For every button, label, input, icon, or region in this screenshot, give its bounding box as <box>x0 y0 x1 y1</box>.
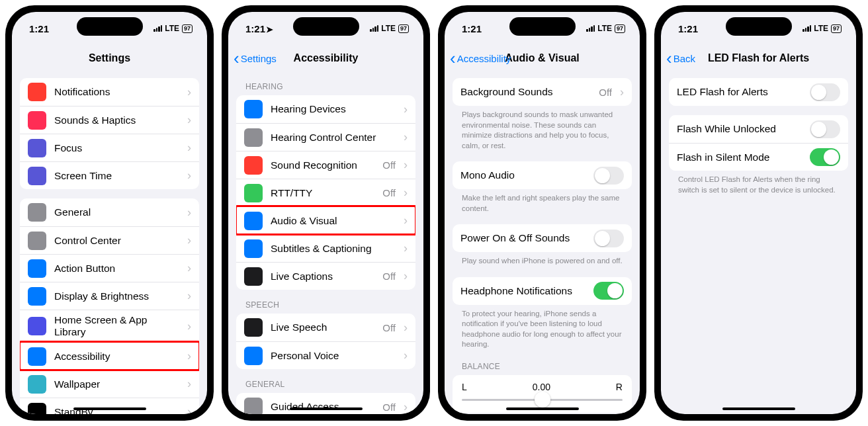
chevron-icon: › <box>404 349 408 362</box>
home-indicator[interactable] <box>506 407 579 410</box>
status-time: 1:21 <box>678 23 698 34</box>
back-button[interactable]: Back <box>666 53 695 64</box>
carrier-label: LTE <box>814 24 828 33</box>
home-indicator[interactable] <box>73 407 146 410</box>
battery-icon: 97 <box>182 24 193 33</box>
led-main-row[interactable]: LED Flash for Alerts <box>669 78 848 106</box>
guided-access-row[interactable]: Guided AccessOff› <box>236 393 415 414</box>
section-header: GENERAL <box>236 369 415 393</box>
hearing-devices-row[interactable]: Hearing Devices› <box>236 95 415 123</box>
general-icon <box>28 203 46 222</box>
headphone-row[interactable]: Headphone Notifications <box>453 277 632 305</box>
back-button[interactable]: Settings <box>234 53 277 64</box>
background-footer: Plays background sounds to mask unwanted… <box>453 106 632 152</box>
chevron-icon: › <box>187 289 191 303</box>
notifications-icon <box>28 83 46 101</box>
chevron-icon: › <box>187 234 191 247</box>
status-time: 1:21 <box>29 23 49 34</box>
focus-icon <box>28 139 46 157</box>
audio-visual-list[interactable]: Background Sounds Off › Plays background… <box>445 71 640 414</box>
led-main-toggle[interactable] <box>810 83 840 101</box>
slider-track[interactable] <box>462 399 623 401</box>
settings-list[interactable]: Notifications › Sounds & Haptics › Focus… <box>12 71 207 414</box>
subtitles-row[interactable]: Subtitles & Captioning› <box>236 234 415 262</box>
page-title: LED Flash for Alerts <box>708 52 809 64</box>
live-captions-row[interactable]: Live CaptionsOff› <box>236 262 415 290</box>
dynamic-island <box>509 17 576 36</box>
chevron-icon: › <box>187 113 191 127</box>
live-speech-icon <box>244 318 263 337</box>
mono-footer: Make the left and right speakers play th… <box>453 189 632 215</box>
chevron-icon: › <box>187 377 191 391</box>
chevron-icon: › <box>187 85 191 99</box>
led-flash-list[interactable]: LED Flash for Alerts Flash While Unlocke… <box>661 71 856 414</box>
page-title: Audio & Visual <box>505 52 580 64</box>
headphone-toggle[interactable] <box>593 282 624 300</box>
mono-audio-row[interactable]: Mono Audio <box>453 161 632 189</box>
chevron-icon: › <box>187 141 191 155</box>
hearing-control-row[interactable]: Hearing Control Center› <box>236 123 415 151</box>
action-button-icon <box>28 259 46 278</box>
hearing-control-icon <box>244 128 263 147</box>
focus-row[interactable]: Focus › <box>20 134 199 161</box>
dynamic-island <box>293 17 359 36</box>
dynamic-island <box>77 17 143 36</box>
display-row[interactable]: Display & Brightness › <box>20 282 199 310</box>
accessibility-list[interactable]: HEARING Hearing Devices› Hearing Control… <box>228 71 423 414</box>
sounds-row[interactable]: Sounds & Haptics › <box>20 106 199 134</box>
home-indicator[interactable] <box>290 407 363 410</box>
page-title: Settings <box>89 52 130 64</box>
background-sounds-row[interactable]: Background Sounds Off › <box>453 78 632 106</box>
wallpaper-row[interactable]: Wallpaper › <box>20 370 199 398</box>
general-row[interactable]: General › <box>20 198 199 226</box>
accessibility-row[interactable]: Accessibility › <box>20 342 199 370</box>
personal-voice-row[interactable]: Personal Voice› <box>236 341 415 369</box>
chevron-icon: › <box>187 206 191 220</box>
slider-knob[interactable] <box>535 392 550 407</box>
chevron-icon: › <box>404 241 408 255</box>
balance-right: R <box>616 382 623 392</box>
flash-silent-row[interactable]: Flash in Silent Mode <box>669 143 848 171</box>
flash-unlocked-row[interactable]: Flash While Unlocked <box>669 115 848 143</box>
rtt-row[interactable]: RTT/TTYOff› <box>236 179 415 206</box>
phone-led-flash: 1:21 LTE 97 Back LED Flash for Alerts LE… <box>654 5 863 421</box>
control-center-row[interactable]: Control Center › <box>20 226 199 254</box>
phone-accessibility: 1:21➤ LTE 97 Settings Accessibility HEAR… <box>222 5 430 421</box>
balance-footer: Adjust the audio volume balance between … <box>453 413 632 414</box>
carrier-label: LTE <box>381 24 396 33</box>
chevron-icon: › <box>404 214 408 228</box>
audio-visual-row[interactable]: Audio & Visual› <box>236 206 415 234</box>
power-toggle[interactable] <box>593 230 624 247</box>
chevron-icon: › <box>404 400 408 414</box>
notifications-row[interactable]: Notifications › <box>20 78 199 106</box>
rtt-icon <box>244 184 263 202</box>
back-button[interactable]: Accessibility <box>450 53 511 64</box>
silent-toggle[interactable] <box>810 148 840 166</box>
action-button-row[interactable]: Action Button › <box>20 254 199 282</box>
chevron-icon: › <box>187 405 191 414</box>
screentime-row[interactable]: Screen Time › <box>20 161 199 189</box>
balance-value: 0.00 <box>533 382 550 392</box>
unlocked-toggle[interactable] <box>810 120 840 138</box>
power-sounds-row[interactable]: Power On & Off Sounds <box>453 224 632 252</box>
chevron-icon: › <box>620 85 624 99</box>
chevron-icon: › <box>404 103 408 116</box>
live-speech-row[interactable]: Live SpeechOff› <box>236 314 415 341</box>
balance-header: BALANCE <box>453 351 632 375</box>
chevron-icon: › <box>187 320 191 333</box>
subtitles-icon <box>244 239 263 258</box>
mono-toggle[interactable] <box>593 167 624 185</box>
carrier-label: LTE <box>165 24 179 33</box>
sound-recognition-row[interactable]: Sound RecognitionOff› <box>236 151 415 179</box>
sounds-icon <box>28 111 46 130</box>
nav-bar: Settings Accessibility <box>228 45 423 71</box>
chevron-icon: › <box>404 321 408 335</box>
home-indicator[interactable] <box>722 407 795 410</box>
standby-row[interactable]: StandBy › <box>20 398 199 414</box>
sound-recognition-icon <box>244 156 263 175</box>
section-header: HEARING <box>236 71 415 95</box>
signal-icon <box>803 25 811 32</box>
carrier-label: LTE <box>597 24 612 33</box>
home-screen-row[interactable]: Home Screen & App Library › <box>20 310 199 342</box>
control-center-icon <box>28 232 46 250</box>
